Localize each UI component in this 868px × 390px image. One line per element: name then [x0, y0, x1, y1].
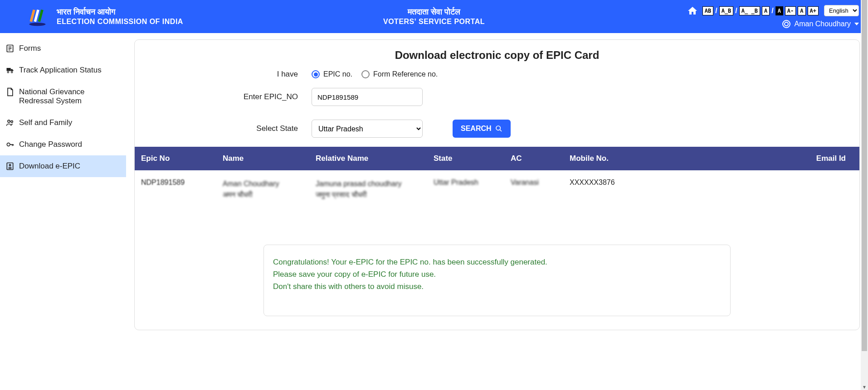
td-relative: Jamuna prasad choudhary जमुना प्रसाद चौध…: [309, 178, 427, 200]
th-email: Email Id: [638, 154, 859, 163]
org-name-english: ELECTION COMMISSION OF INDIA: [57, 18, 183, 26]
radio-epic-label: EPIC no.: [323, 70, 352, 78]
sidebar-item-change-password[interactable]: Change Password: [0, 134, 126, 155]
radio-form-ref[interactable]: [361, 70, 370, 78]
page-title: Download electronic copy of EPIC Card: [135, 49, 859, 62]
card-icon: [5, 162, 15, 171]
sidebar-item-forms[interactable]: Forms: [0, 38, 126, 59]
portal-title-english: VOTERS' SERVICE PORTAL: [383, 18, 485, 26]
truck-icon: [5, 66, 15, 75]
logo-area: भारत निर्वाचन आयोग ELECTION COMMISSION O…: [27, 6, 183, 27]
success-line-3: Don't share this with others to avoid mi…: [273, 280, 721, 293]
td-epic: NDP1891589: [135, 178, 216, 200]
th-relative: Relative Name: [309, 154, 427, 163]
letter-spacing-normal-button[interactable]: AB: [702, 6, 713, 15]
table-row: NDP1891589 Aman Choudhary अमन चौधरी Jamu…: [135, 170, 859, 208]
contrast-normal-button[interactable]: A: [762, 6, 770, 15]
document-icon: [5, 87, 15, 96]
search-button[interactable]: SEARCH: [453, 120, 511, 138]
radio-form-label: Form Reference no.: [373, 70, 438, 78]
td-mobile: XXXXXX3876: [563, 178, 638, 200]
select-state-label: Select State: [144, 124, 312, 133]
sidebar-item-download-epic[interactable]: Download e-EPIC: [0, 155, 126, 177]
sidebar-item-label: Self and Family: [19, 118, 72, 127]
th-epic: Epic No: [135, 154, 216, 163]
user-name-label: Aman Choudhary: [794, 20, 851, 28]
td-ac: Varanasi: [504, 178, 563, 200]
th-ac: AC: [504, 154, 563, 163]
font-normal-button[interactable]: A: [798, 6, 805, 15]
user-icon: [782, 20, 790, 28]
forms-icon: [5, 44, 15, 53]
home-icon[interactable]: [687, 5, 698, 16]
results-table: Epic No Name Relative Name State AC Mobi…: [135, 147, 859, 208]
language-select[interactable]: English: [824, 5, 859, 16]
contrast-high-button[interactable]: A: [775, 6, 783, 15]
th-state: State: [427, 154, 504, 163]
svg-point-9: [11, 72, 13, 73]
letter-spacing-wide-button[interactable]: A_B: [719, 6, 734, 15]
th-name: Name: [216, 154, 309, 163]
svg-line-21: [500, 130, 502, 131]
chevron-down-icon: [854, 23, 859, 25]
scrollbar[interactable]: ▲ ▼: [861, 0, 868, 337]
sidebar-item-label: Forms: [19, 44, 41, 53]
state-select[interactable]: Uttar Pradesh: [312, 120, 423, 138]
table-header-row: Epic No Name Relative Name State AC Mobi…: [135, 147, 859, 170]
header: भारत निर्वाचन आयोग ELECTION COMMISSION O…: [0, 0, 868, 33]
sidebar-item-label: Track Application Status: [19, 66, 102, 75]
epic-no-input[interactable]: [312, 88, 423, 106]
sidebar-item-label: Change Password: [19, 140, 82, 149]
sidebar: Forms Track Application Status National …: [0, 33, 126, 337]
scrollbar-thumb[interactable]: [862, 0, 867, 337]
svg-point-20: [496, 126, 500, 130]
sidebar-item-self-family[interactable]: Self and Family: [0, 112, 126, 134]
success-line-2: Please save your copy of e-EPIC for futu…: [273, 268, 721, 280]
search-icon: [495, 125, 502, 132]
enter-epic-label: Enter EPIC_NO: [144, 92, 312, 101]
svg-point-10: [8, 120, 10, 122]
sidebar-item-label: National Grievance Redressal System: [19, 87, 121, 106]
success-message: Congratulations! Your e-EPIC for the EPI…: [263, 245, 731, 316]
portal-title-hindi: मतदाता सेवा पोर्टल: [383, 7, 485, 17]
main-card: Download electronic copy of EPIC Card I …: [134, 39, 860, 330]
portal-title: मतदाता सेवा पोर्टल VOTERS' SERVICE PORTA…: [383, 7, 485, 26]
svg-point-3: [29, 23, 46, 26]
radio-epic-no[interactable]: [312, 70, 320, 78]
accessibility-toolbar: AB / A_B / A_ _B A / A A- A A+ English: [687, 5, 859, 16]
svg-point-8: [7, 72, 9, 73]
key-icon: [5, 140, 15, 149]
user-menu[interactable]: Aman Choudhary: [782, 20, 859, 28]
sidebar-item-grievance[interactable]: National Grievance Redressal System: [0, 81, 126, 112]
i-have-label: I have: [144, 70, 312, 79]
font-increase-button[interactable]: A+: [808, 6, 819, 15]
letter-spacing-wider-button[interactable]: A_ _B: [739, 6, 760, 15]
sidebar-item-track[interactable]: Track Application Status: [0, 59, 126, 81]
td-state: Uttar Pradesh: [427, 178, 504, 200]
svg-point-17: [9, 164, 10, 166]
svg-point-11: [11, 120, 13, 122]
success-line-1: Congratulations! Your e-EPIC for the EPI…: [273, 256, 721, 268]
eci-logo-icon: [27, 6, 48, 27]
org-name-hindi: भारत निर्वाचन आयोग: [57, 7, 183, 17]
font-decrease-button[interactable]: A-: [785, 6, 796, 15]
sidebar-item-label: Download e-EPIC: [19, 162, 80, 171]
td-name: Aman Choudhary अमन चौधरी: [216, 178, 309, 200]
svg-point-12: [7, 143, 10, 146]
th-mobile: Mobile No.: [563, 154, 638, 163]
td-email: [638, 178, 859, 200]
people-icon: [5, 118, 15, 127]
